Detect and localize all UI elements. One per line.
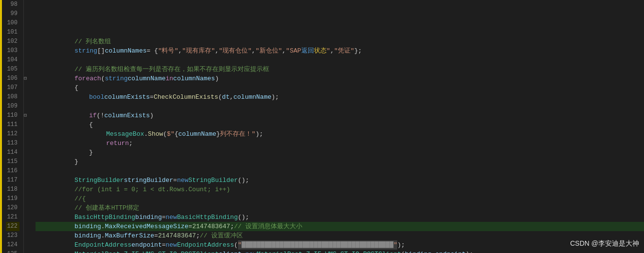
code-line-111: { — [36, 120, 644, 129]
code-line-120: // 创建基本HTTP绑定 — [36, 203, 644, 213]
code-line-102: // 列名数组 — [36, 37, 644, 46]
line-number: 112 — [6, 129, 19, 139]
fold-icon-110[interactable]: ⊟ — [24, 111, 31, 120]
comment-120: // 创建基本HTTP绑定 — [74, 203, 139, 213]
gutter-cell — [24, 185, 31, 194]
code-line-109 — [36, 102, 644, 111]
gutter-cell — [24, 240, 31, 250]
gutter-cell — [24, 213, 31, 222]
gutter-cell — [24, 157, 31, 166]
gutter-cell — [24, 129, 31, 139]
gutter-cell — [24, 9, 31, 18]
var-binding: binding — [74, 222, 101, 231]
code-line-119: //{ — [36, 194, 644, 203]
line-number: 119 — [6, 194, 19, 203]
code-line-122: binding.MaxReceivedMessageSize = 2147483… — [36, 222, 644, 231]
code-line-118: //for (int i = 0; i < dt.Rows.Count; i++… — [36, 185, 644, 194]
line-number: 98 — [6, 0, 19, 9]
code-line-105: // 遍历列名数组检查每一列是否存在，如果不存在则显示对应提示框 — [36, 65, 644, 74]
gutter-cell — [24, 55, 31, 65]
class-endpointaddress: EndpointAddress — [74, 240, 131, 250]
code-line-124: EndpointAddress endpoint = new EndpointA… — [36, 240, 644, 250]
gutter-cell — [24, 176, 31, 185]
gutter-cell — [24, 250, 31, 253]
line-number: 111 — [6, 120, 19, 129]
line-number: 115 — [6, 157, 19, 166]
code-line-115: } — [36, 157, 644, 166]
kw-foreach: foreach — [74, 74, 101, 83]
code-area: // 列名数组 string[] columnNames = { "料号", "… — [31, 0, 644, 253]
line-number: 124 — [6, 240, 19, 250]
line-number: 103 — [6, 46, 19, 55]
comment-118: //for (int i = 0; i < dt.Rows.Count; i++… — [74, 185, 230, 194]
line-number: 102 — [6, 37, 19, 46]
gutter-cell — [24, 222, 31, 231]
code-line-98 — [36, 0, 644, 9]
line-numbers: 98 99 100 101 102 103 104 105 106 107 10… — [2, 0, 24, 253]
line-number: 104 — [6, 55, 19, 65]
line-number: 108 — [6, 92, 19, 102]
code-line-121: BasicHttpBinding binding = new BasicHttp… — [36, 213, 644, 222]
code-line-108: bool columnExists = CheckColumnExists(dt… — [36, 92, 644, 102]
code-line-99 — [36, 9, 644, 18]
code-line-125: MaterialPost.Z_IF_WMS_ST_IO_POSTClient c… — [36, 250, 644, 253]
code-line-103: string[] columnNames = { "料号", "现有库存", "… — [36, 46, 644, 55]
gutter-cell — [24, 37, 31, 46]
gutter: ⊟ ⊟ — [24, 0, 31, 253]
kw-return: return — [106, 139, 129, 148]
line-number: 117 — [6, 176, 19, 185]
code-line-114: } — [36, 148, 644, 157]
watermark: CSDN @李安迪是大神 — [570, 239, 639, 248]
code-line-116 — [36, 166, 644, 176]
line-number: 123 — [6, 231, 19, 240]
comment-105: // 遍历列名数组检查每一列是否存在，如果不存在则显示对应提示框 — [74, 65, 269, 74]
line-number: 105 — [6, 65, 19, 74]
gutter-cell — [24, 203, 31, 213]
code-line-101 — [36, 28, 644, 37]
line-number: 107 — [6, 83, 19, 92]
fold-icon-106[interactable]: ⊟ — [24, 74, 31, 83]
var-binding2: binding — [74, 231, 101, 240]
code-line-123: binding.MaxBufferSize = 2147483647; // 设… — [36, 231, 644, 240]
comment-102: // 列名数组 — [74, 37, 111, 46]
editor-container: 98 99 100 101 102 103 104 105 106 107 10… — [0, 0, 644, 253]
gutter-cell — [24, 166, 31, 176]
line-number: 116 — [6, 166, 19, 176]
line-number: 113 — [6, 139, 19, 148]
code-line-112: MessageBox.Show($"{columnName}列不存在！"); — [36, 129, 644, 139]
kw-bool: bool — [89, 92, 104, 102]
gutter-cell — [24, 102, 31, 111]
code-line-117: StringBuilder stringBuilder = new String… — [36, 176, 644, 185]
gutter-cell — [24, 139, 31, 148]
code-line-104 — [36, 55, 644, 65]
line-number: 125 — [6, 250, 19, 253]
class-materialpost: MaterialPost — [74, 250, 120, 253]
gutter-cell — [24, 0, 31, 9]
line-number: 118 — [6, 185, 19, 194]
gutter-cell — [24, 194, 31, 203]
line-number: 121 — [6, 213, 19, 222]
gutter-cell — [24, 46, 31, 55]
line-number: 106 — [6, 74, 19, 83]
line-number: 109 — [6, 102, 19, 111]
line-number: 120 — [6, 203, 19, 213]
line-number: 99 — [6, 9, 19, 18]
gutter-cell — [24, 65, 31, 74]
gutter-cell — [24, 83, 31, 92]
gutter-cell — [24, 148, 31, 157]
gutter-cell — [24, 28, 31, 37]
line-number: 114 — [6, 148, 19, 157]
class-messagebox: MessageBox — [106, 129, 144, 139]
class-stringbuilder: StringBuilder — [74, 176, 124, 185]
kw-string: string — [74, 46, 97, 55]
code-line-100 — [36, 18, 644, 28]
line-number: 101 — [6, 28, 19, 37]
code-line-106: foreach (string columnName in columnName… — [36, 74, 644, 83]
gutter-cell — [24, 92, 31, 102]
class-basichttpbinding: BasicHttpBinding — [74, 213, 135, 222]
kw-if: if — [89, 111, 97, 120]
code-line-113: return; — [36, 139, 644, 148]
line-number: 122 — [6, 222, 19, 231]
comment-119: //{ — [74, 194, 86, 203]
gutter-cell — [24, 231, 31, 240]
